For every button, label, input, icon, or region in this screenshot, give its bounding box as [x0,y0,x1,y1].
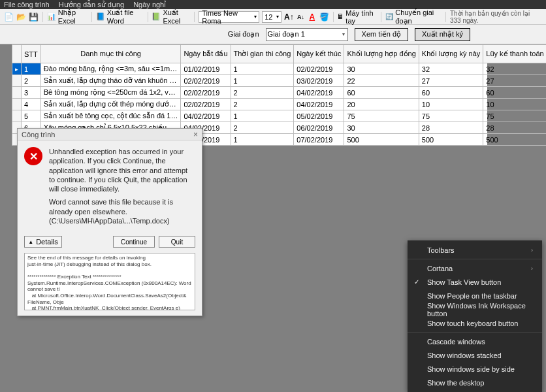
export-excel-button[interactable]: 📗Xuất Excel [152,8,190,25]
menu-bar: File công trình Hướng dẫn sử dụng Ngày n… [0,0,546,9]
ctx-toolbars[interactable]: Toolbars› [408,243,542,257]
ctx-taskview[interactable]: ✓Show Task View button [408,275,542,289]
error-icon: ✕ [24,147,42,165]
font-size-combo[interactable]: 12▾ [262,11,281,23]
table-row[interactable]: ▸ 1 Đào móng băng, rộng <=3m, sâu <=1m…0… [12,63,547,75]
dialog-titlebar[interactable]: Công trình × [18,129,202,140]
increase-font-icon[interactable]: A↑ [284,12,294,22]
ctx-ink[interactable]: Show Windows Ink Workspace button [408,302,542,316]
fill-color-icon[interactable]: 🪣 [319,12,329,22]
decrease-font-icon[interactable]: A↓ [297,12,305,22]
menu-help[interactable]: Hướng dẫn sử dụng [59,1,124,9]
stage-combo[interactable]: Giai đoạn 1 [266,28,348,41]
view-progress-button[interactable]: Xem tiến độ [355,28,408,41]
stage-label: Giai đoạn [228,30,259,39]
details-button[interactable]: ▲Details [24,236,62,248]
dialog-title-text: Công trình [22,131,55,139]
taskbar-context-menu: Toolbars› Cortana› ✓Show Task View butto… [408,240,542,392]
quit-button[interactable]: Quit [159,236,195,248]
ctx-people[interactable]: Show People on the taskbar [408,289,542,302]
ctx-stacked[interactable]: Show windows stacked [408,348,542,362]
table-row[interactable]: 3 Bê tông móng rộng <=250cm đá 1x2, v…02… [12,87,547,99]
table-row[interactable]: 4 Sản xuất, lắp dựng cốt thép móng dướ…0… [12,99,547,110]
calculator-button[interactable]: 🖩Máy tính tay [337,9,377,25]
ctx-cascade[interactable]: Cascade windows [408,335,542,348]
export-word-button[interactable]: 📘Xuất file Word [96,8,144,25]
ctx-cortana[interactable]: Cortana› [408,261,542,275]
table-row[interactable]: 5 Sản xuất bê tông cọc, cột đúc sẵn đá 1… [12,110,547,122]
ctx-sidebyside[interactable]: Show windows side by side [408,362,542,376]
font-family-combo[interactable]: Times New Roma [199,11,259,23]
dialog-message: Unhandled exception has occurred in your… [49,147,195,229]
menu-file[interactable]: File công trình [4,1,50,8]
menu-holiday[interactable]: Ngày nghỉ [133,1,166,9]
change-stage-button[interactable]: 🔄Chuyển giai đoạn [385,8,442,25]
export-log-button[interactable]: Xuất nhật ký [415,28,470,41]
continue-button[interactable]: Continue [113,236,155,248]
new-icon[interactable]: 📄 [4,12,14,22]
trial-label: Thời hạn bản quyền còn lại 333 ngày. [450,10,542,24]
font-color-icon[interactable]: A [308,12,316,22]
dialog-close-icon[interactable]: × [193,130,198,139]
stack-trace-box[interactable]: See the end of this message for details … [24,253,195,310]
table-row[interactable]: 2 Sản xuất, lắp dựng tháo dỡ ván khuôn …… [12,75,547,87]
open-icon[interactable]: 📂 [16,12,26,22]
toolbar: 📄 📂 💾 📊Nhập Excel 📘Xuất file Word 📗Xuất … [0,9,546,25]
save-icon[interactable]: 💾 [29,12,39,22]
stage-bar: Giai đoạn Giai đoạn 1 Xem tiến độ Xuất n… [0,25,546,44]
import-excel-button[interactable]: 📊Nhập Excel [47,8,88,25]
ctx-touch[interactable]: Show touch keyboard button [408,316,542,330]
error-dialog: Công trình × ✕ Unhandled exception has o… [17,128,202,316]
ctx-desktop[interactable]: Show the desktop [408,376,542,389]
